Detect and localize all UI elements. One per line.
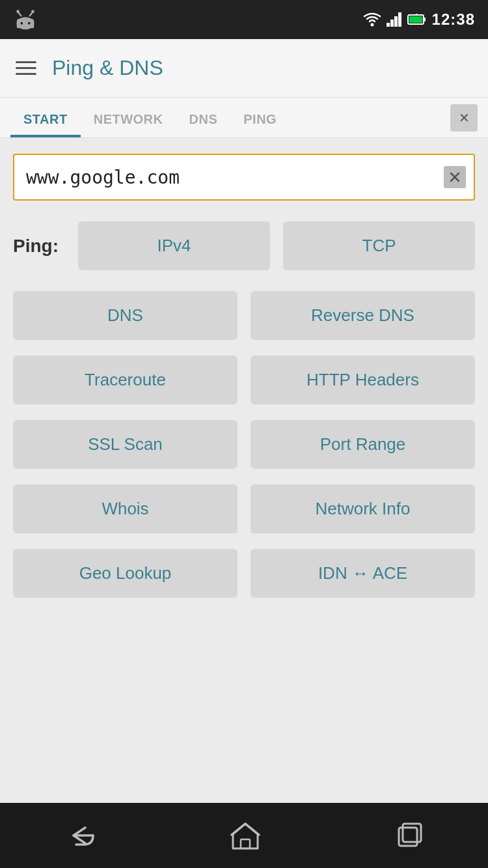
svg-rect-10	[390, 20, 394, 27]
btn-row-dns: DNS Reverse DNS	[13, 291, 475, 340]
hamburger-line-1	[16, 61, 36, 63]
home-icon	[230, 821, 260, 850]
signal-icon	[386, 12, 402, 27]
network-info-button[interactable]: Network Info	[251, 484, 475, 533]
tab-dns[interactable]: DNS	[176, 98, 231, 137]
hamburger-line-2	[16, 67, 36, 69]
search-input[interactable]	[13, 154, 475, 201]
svg-rect-1	[17, 20, 34, 28]
btn-row-whois: Whois Network Info	[13, 484, 475, 533]
svg-point-7	[31, 10, 34, 13]
status-time: 12:38	[432, 10, 475, 29]
ssl-scan-button[interactable]: SSL Scan	[13, 420, 237, 469]
svg-rect-9	[386, 23, 390, 27]
ping-ipv4-button[interactable]: IPv4	[78, 221, 270, 270]
ping-tcp-button[interactable]: TCP	[283, 221, 475, 270]
traceroute-button[interactable]: Traceroute	[13, 356, 237, 404]
svg-rect-12	[398, 12, 401, 27]
btn-row-geo: Geo Lookup IDN ↔ ACE	[13, 549, 475, 598]
nav-recents-button[interactable]	[392, 821, 422, 850]
nav-back-button[interactable]	[66, 822, 98, 848]
svg-rect-14	[409, 16, 422, 23]
svg-point-2	[20, 22, 23, 25]
whois-button[interactable]: Whois	[13, 484, 237, 533]
battery-icon	[407, 14, 427, 25]
btn-row-ssl: SSL Scan Port Range	[13, 420, 475, 469]
svg-point-6	[16, 10, 20, 13]
btn-row-traceroute: Traceroute HTTP Headers	[13, 356, 475, 404]
status-bar-left	[13, 7, 38, 32]
wifi-icon	[363, 12, 381, 27]
search-clear-button[interactable]	[444, 166, 466, 188]
dns-button[interactable]: DNS	[13, 291, 237, 340]
bottom-nav	[0, 803, 488, 868]
http-headers-button[interactable]: HTTP Headers	[251, 356, 475, 404]
status-bar: 12:38	[0, 0, 488, 39]
recents-icon	[392, 821, 422, 850]
search-container	[13, 154, 475, 201]
tab-network[interactable]: NETWORK	[81, 98, 176, 137]
svg-point-8	[370, 23, 373, 27]
geo-lookup-button[interactable]: Geo Lookup	[13, 549, 237, 598]
hamburger-menu-button[interactable]	[16, 61, 36, 75]
nav-home-button[interactable]	[230, 821, 260, 850]
status-bar-right: 12:38	[363, 10, 475, 29]
svg-rect-19	[241, 839, 250, 848]
svg-point-3	[28, 22, 31, 25]
ping-row: Ping: IPv4 TCP	[13, 221, 475, 270]
svg-rect-11	[394, 16, 398, 27]
svg-rect-20	[399, 828, 417, 846]
svg-rect-21	[403, 824, 421, 842]
port-range-button[interactable]: Port Range	[251, 420, 475, 469]
tab-close-button[interactable]: ✕	[450, 104, 478, 132]
clear-icon	[450, 172, 460, 182]
tab-start[interactable]: START	[10, 98, 81, 137]
idn-ace-button[interactable]: IDN ↔ ACE	[251, 549, 475, 598]
app-title: Ping & DNS	[52, 56, 163, 80]
tab-bar: START NETWORK DNS PING ✕	[0, 98, 488, 138]
action-buttons-grid: DNS Reverse DNS Traceroute HTTP Headers …	[13, 291, 475, 598]
tab-ping[interactable]: PING	[230, 98, 290, 137]
android-icon	[13, 7, 38, 32]
reverse-dns-button[interactable]: Reverse DNS	[251, 291, 475, 340]
hamburger-line-3	[16, 73, 36, 75]
ping-label: Ping:	[13, 236, 65, 257]
back-icon	[66, 822, 98, 848]
main-content: Ping: IPv4 TCP DNS Reverse DNS Tracerout…	[0, 138, 488, 803]
svg-rect-15	[424, 18, 426, 21]
app-bar: Ping & DNS	[0, 39, 488, 98]
